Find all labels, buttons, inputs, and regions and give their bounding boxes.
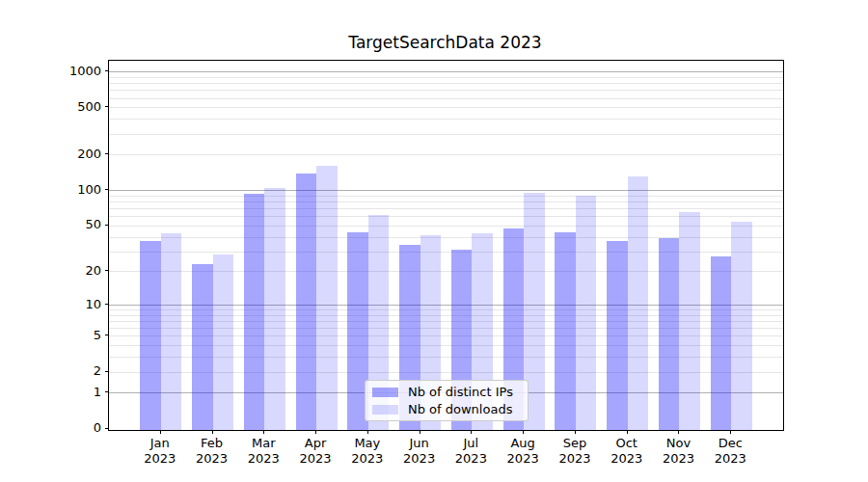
x-tick-label-apr: Apr2023 [288,436,342,467]
x-tick-year: 2023 [600,451,654,467]
x-tick-jul [471,430,472,434]
y-tick-label-20: 20 [39,263,101,278]
x-tick-jan [160,430,161,434]
gridline-minor-200 [109,154,783,155]
x-tick-month: Mar [236,436,290,451]
plot-area [108,60,784,431]
bar-feb-downloads [213,254,234,430]
x-tick-apr [315,430,316,434]
y-tick-label-1: 1 [39,385,101,399]
legend-item-distinct-ips: Nb of distinct IPs [372,385,528,399]
legend-label-distinct-ips: Nb of distinct IPs [408,385,513,399]
x-tick-month: Oct [600,436,654,451]
bar-sep-distinct-ips [555,232,576,430]
bar-dec-downloads [731,222,752,430]
y-tick-5 [105,335,109,335]
gridline-minor-500 [109,107,783,108]
y-tick-label-10: 10 [39,297,101,311]
x-tick-month: Feb [185,436,239,451]
y-tick-100 [105,189,109,190]
bar-nov-downloads [679,212,700,430]
y-tick-label-2: 2 [39,363,101,378]
y-tick-2 [105,371,109,372]
bar-nov-distinct-ips [659,238,680,430]
x-tick-year: 2023 [548,451,602,467]
x-tick-year: 2023 [393,451,447,467]
gridline-minor-700 [109,90,783,91]
x-tick-year: 2023 [651,451,705,467]
y-tick-label-500: 500 [39,99,101,114]
x-tick-month: Nov [651,436,705,451]
x-tick-year: 2023 [703,451,757,467]
gridline-minor-300 [109,134,783,135]
x-tick-label-mar: Mar2023 [236,436,290,467]
x-tick-jun [420,430,420,434]
y-tick-200 [105,153,109,154]
x-tick-feb [212,430,213,434]
x-tick-month: Sep [548,436,602,451]
x-tick-label-sep: Sep2023 [548,436,602,467]
x-tick-dec [730,430,731,434]
x-tick-year: 2023 [496,451,550,467]
x-tick-label-nov: Nov2023 [651,436,705,467]
bar-sep-downloads [576,196,597,430]
bar-apr-distinct-ips [296,174,317,430]
y-tick-label-200: 200 [39,147,101,161]
x-tick-label-jul: Jul2023 [444,436,498,467]
y-tick-20 [105,270,109,271]
gridline-minor-70 [109,208,783,209]
bar-mar-distinct-ips [244,194,265,430]
bar-jan-downloads [161,233,182,430]
legend-label-downloads: Nb of downloads [408,402,512,416]
x-tick-year: 2023 [133,451,187,467]
x-tick-label-aug: Aug2023 [496,436,550,467]
x-tick-month: Aug [496,436,550,451]
x-tick-label-jun: Jun2023 [393,436,447,467]
gridline-major-1000 [109,71,783,72]
gridline-major-100 [109,190,783,191]
bar-feb-distinct-ips [192,264,213,430]
plot-inner [109,61,783,430]
legend-item-downloads: Nb of downloads [372,402,528,416]
y-tick-label-1000: 1000 [39,64,101,78]
legend-swatch-downloads [372,405,398,415]
gridline-minor-900 [109,77,783,78]
y-tick-label-100: 100 [39,182,101,197]
x-tick-year: 2023 [444,451,498,467]
y-tick-label-50: 50 [39,217,101,231]
x-tick-label-oct: Oct2023 [600,436,654,467]
x-tick-sep [575,430,576,434]
x-tick-year: 2023 [236,451,290,467]
bar-mar-downloads [264,188,285,430]
y-tick-500 [105,106,109,107]
y-tick-50 [105,225,109,226]
x-tick-month: May [340,436,394,451]
gridline-minor-80 [109,201,783,202]
bar-jan-distinct-ips [140,241,161,430]
y-tick-1 [105,391,109,392]
gridline-minor-400 [109,119,783,120]
bar-oct-downloads [628,176,649,430]
x-tick-label-may: May2023 [340,436,394,467]
bar-apr-downloads [316,166,338,430]
y-tick-label-0: 0 [39,420,101,435]
x-tick-label-feb: Feb2023 [185,436,239,467]
x-tick-month: Jan [133,436,187,451]
x-tick-nov [678,430,679,434]
x-tick-aug [523,430,524,434]
bar-oct-distinct-ips [607,241,628,430]
x-tick-mar [263,430,264,434]
y-tick-1000 [105,70,109,71]
x-tick-oct [627,430,628,434]
x-tick-month: Jun [393,436,447,451]
y-tick-label-5: 5 [39,328,101,342]
y-tick-0 [105,428,109,429]
gridline-minor-90 [109,196,783,197]
x-tick-month: Dec [703,436,757,451]
x-tick-month: Jul [444,436,498,451]
gridline-minor-800 [109,83,783,84]
x-tick-year: 2023 [185,451,239,467]
legend-swatch-distinct-ips [372,388,398,397]
legend: Nb of distinct IPs Nb of downloads [365,380,529,421]
x-tick-label-jan: Jan2023 [133,436,187,467]
